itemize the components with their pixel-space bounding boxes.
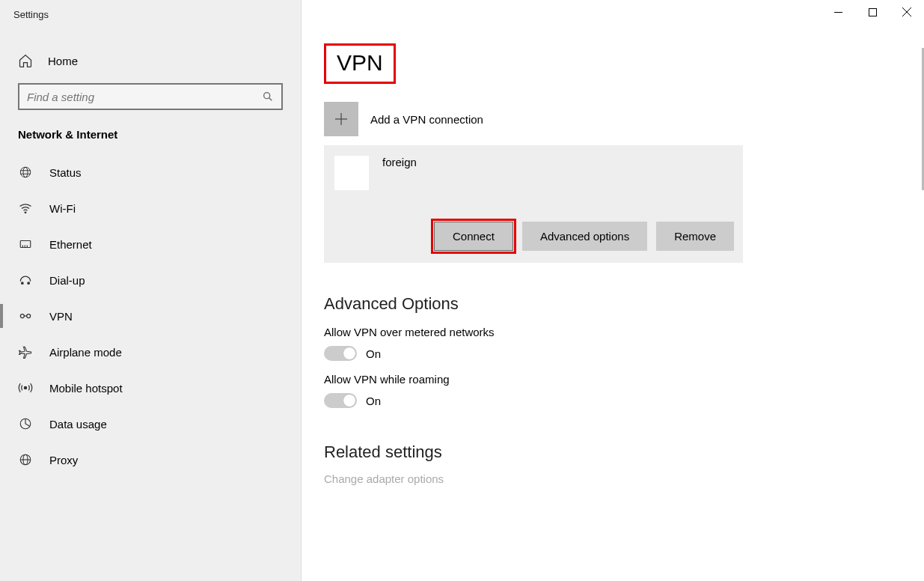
vpn-connection-card[interactable]: foreign Connect Advanced options Remove xyxy=(324,145,743,263)
toggle-metered[interactable] xyxy=(324,346,357,361)
svg-rect-7 xyxy=(20,241,31,248)
search-box[interactable] xyxy=(18,83,283,110)
toggle-roaming-state: On xyxy=(366,395,381,407)
sidebar-item-label: Wi-Fi xyxy=(49,202,76,215)
option-roaming: Allow VPN while roaming On xyxy=(324,373,915,408)
page-title-highlight: VPN xyxy=(324,43,396,84)
advanced-options-button[interactable]: Advanced options xyxy=(522,222,647,251)
vpn-icon xyxy=(18,308,33,323)
ethernet-icon xyxy=(18,237,33,252)
search-wrap xyxy=(0,79,301,118)
main-content: VPN Add a VPN connection foreign Connect… xyxy=(302,0,924,581)
svg-point-12 xyxy=(28,282,30,285)
svg-point-14 xyxy=(27,314,31,318)
add-vpn-label: Add a VPN connection xyxy=(370,113,483,126)
minimize-button[interactable] xyxy=(821,0,855,24)
sidebar-item-label: VPN xyxy=(49,310,73,323)
sidebar-item-dialup[interactable]: Dial-up xyxy=(0,262,301,298)
sidebar-item-status[interactable]: Status xyxy=(0,154,301,190)
nav-items: Status Wi-Fi Ethernet Dial-up VPN xyxy=(0,154,301,581)
sidebar-item-wifi[interactable]: Wi-Fi xyxy=(0,190,301,226)
svg-line-1 xyxy=(269,98,272,101)
sidebar-item-label: Proxy xyxy=(49,454,78,466)
toggle-metered-state: On xyxy=(366,347,381,360)
vpn-connection-name: foreign xyxy=(382,156,417,168)
sidebar-item-label: Dial-up xyxy=(49,274,85,287)
svg-point-0 xyxy=(264,93,270,99)
page-title: VPN xyxy=(337,50,383,76)
wifi-icon xyxy=(18,201,33,216)
remove-button[interactable]: Remove xyxy=(656,222,734,251)
home-link[interactable]: Home xyxy=(0,43,301,79)
vpn-connection-icon xyxy=(334,156,369,190)
svg-rect-22 xyxy=(869,8,876,16)
home-label: Home xyxy=(48,55,78,67)
sidebar: Settings Home Network & Internet Status … xyxy=(0,0,302,581)
toggle-roaming[interactable] xyxy=(324,393,357,408)
titlebar xyxy=(821,0,924,24)
sidebar-item-proxy[interactable]: Proxy xyxy=(0,442,301,478)
sidebar-item-vpn[interactable]: VPN xyxy=(0,298,301,334)
globe-icon xyxy=(18,165,33,180)
proxy-icon xyxy=(18,452,33,467)
change-adapter-link[interactable]: Change adapter options xyxy=(324,472,915,485)
sidebar-item-label: Mobile hotspot xyxy=(49,382,123,395)
maximize-button[interactable] xyxy=(855,0,890,24)
option-roaming-label: Allow VPN while roaming xyxy=(324,373,915,386)
svg-point-6 xyxy=(25,212,26,213)
app-title: Settings xyxy=(0,9,301,29)
sidebar-item-label: Ethernet xyxy=(49,238,92,251)
option-metered-label: Allow VPN over metered networks xyxy=(324,326,915,338)
home-icon xyxy=(18,53,33,68)
sidebar-item-datausage[interactable]: Data usage xyxy=(0,406,301,442)
svg-point-11 xyxy=(22,282,24,285)
svg-point-3 xyxy=(23,167,28,177)
add-vpn-button[interactable]: Add a VPN connection xyxy=(324,102,915,136)
hotspot-icon xyxy=(18,380,33,395)
dialup-icon xyxy=(18,273,33,288)
plus-icon xyxy=(324,102,358,136)
vpn-card-header: foreign xyxy=(334,156,737,190)
vpn-card-buttons: Connect Advanced options Remove xyxy=(334,222,737,251)
sidebar-item-hotspot[interactable]: Mobile hotspot xyxy=(0,370,301,406)
search-icon xyxy=(262,91,274,103)
sidebar-item-label: Data usage xyxy=(49,418,107,431)
advanced-options-heading: Advanced Options xyxy=(324,294,915,314)
option-metered: Allow VPN over metered networks On xyxy=(324,326,915,361)
datausage-icon xyxy=(18,416,33,431)
airplane-icon xyxy=(18,344,33,359)
close-button[interactable] xyxy=(890,0,924,24)
svg-point-13 xyxy=(20,314,24,318)
connect-button[interactable]: Connect xyxy=(434,222,513,251)
related-settings-heading: Related settings xyxy=(324,442,915,462)
svg-point-16 xyxy=(24,386,26,389)
sidebar-section-label: Network & Internet xyxy=(0,118,301,154)
sidebar-item-airplane[interactable]: Airplane mode xyxy=(0,334,301,370)
sidebar-item-label: Airplane mode xyxy=(49,346,122,359)
search-input[interactable] xyxy=(27,91,262,103)
sidebar-item-label: Status xyxy=(49,166,82,179)
svg-point-2 xyxy=(20,167,31,177)
sidebar-item-ethernet[interactable]: Ethernet xyxy=(0,226,301,262)
